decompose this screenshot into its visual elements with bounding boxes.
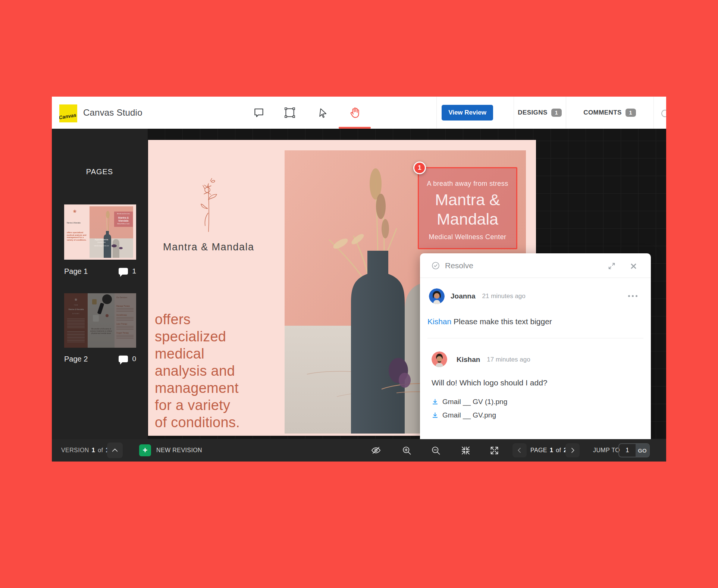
page2-text-block xyxy=(116,335,134,339)
marquee-tool-icon xyxy=(283,106,296,119)
jump-to-control: 1 GO xyxy=(618,443,650,457)
page2-text-block xyxy=(116,317,134,321)
page2-right-panel: Our Services Massage Therapy Aromatherap… xyxy=(115,293,136,348)
page2-services-heading: Our Services xyxy=(116,296,136,298)
collapse-arrows-icon xyxy=(461,445,471,456)
paragraph-line: offers xyxy=(155,311,240,328)
reply-text: Will do! Which logo should I add? xyxy=(432,377,548,388)
new-revision-label[interactable]: NEW REVISION xyxy=(156,439,202,462)
version-label: VERSION xyxy=(61,447,89,454)
resolve-button[interactable]: Resolve xyxy=(431,253,473,278)
attachment-link[interactable]: Gmail __ GV (1).png xyxy=(432,397,507,407)
paragraph-line: specialized xyxy=(155,328,240,345)
marquee-tool-button[interactable] xyxy=(282,104,298,121)
new-revision-plus-button[interactable]: + xyxy=(139,444,151,456)
reply-meta: Kishan 17 minutes ago xyxy=(457,354,530,365)
view-review-button[interactable]: View Review xyxy=(442,105,493,121)
expand-icon xyxy=(608,262,616,270)
download-icon xyxy=(432,412,439,419)
popup-divider xyxy=(427,338,643,338)
cursor-tool-icon xyxy=(317,107,329,118)
mini-overlay: A breath away from stress Mantra & Manda… xyxy=(114,212,133,227)
comment-meta: Joanna 21 minutes ago xyxy=(451,291,526,302)
version-current: 1 xyxy=(92,447,95,454)
page-label: PAGE xyxy=(530,447,547,454)
overlay-subtitle: Medical Wellness Center xyxy=(419,233,516,241)
page2-service: Oxygen Therapy xyxy=(116,332,136,334)
page2-photo xyxy=(88,293,115,327)
jump-to-input[interactable]: 1 xyxy=(619,444,636,457)
comment-pin[interactable]: 1 xyxy=(413,162,426,174)
tab-designs[interactable]: DESIGNS 1 xyxy=(514,97,566,129)
expand-arrows-icon xyxy=(489,445,499,456)
page2-middle-panel: We provide a full course of sensory trea… xyxy=(88,293,115,348)
mini-overlay-subtitle: Medical Wellness Center xyxy=(114,223,133,224)
page-2-comment-count: 0 xyxy=(132,355,136,363)
page-2-row[interactable]: Page 2 0 xyxy=(64,353,136,365)
page-2-label: Page 2 xyxy=(64,355,119,363)
cursor-tool-button[interactable] xyxy=(315,104,331,121)
comment-count-icon xyxy=(119,268,128,275)
attachment-link[interactable]: Gmail __ GV.png xyxy=(432,410,496,420)
pages-header: PAGES xyxy=(52,168,147,176)
previous-page-button[interactable] xyxy=(512,443,527,457)
mini-flower-icon: ❀ xyxy=(73,209,76,214)
avatar-kishan xyxy=(432,351,447,367)
highlighted-text-box[interactable]: A breath away from stress Mantra & Manda… xyxy=(418,167,517,249)
attachment-name: Gmail __ GV (1).png xyxy=(442,398,507,406)
hide-comments-button[interactable] xyxy=(370,444,382,457)
top-bar: Canvas Canvas Studio xyxy=(52,97,666,129)
version-of: of xyxy=(98,447,103,454)
pages-sidebar: PAGES ❀ Mantra & Mandala offers speciali… xyxy=(52,129,147,439)
fullscreen-button[interactable] xyxy=(488,444,501,457)
comment-text: Kishan Please make this text bigger xyxy=(427,316,552,327)
topbar-divider xyxy=(653,97,654,129)
canvas-logo[interactable]: Canvas xyxy=(59,104,77,122)
design-paragraph: offers specialized medical analysis and … xyxy=(155,311,240,431)
designs-tab-label: DESIGNS xyxy=(518,109,547,116)
attachment-name: Gmail __ GV.png xyxy=(442,411,496,419)
go-button[interactable]: GO xyxy=(636,444,649,457)
version-expand-button[interactable] xyxy=(107,442,123,458)
fit-to-screen-button[interactable] xyxy=(459,444,472,457)
chevron-left-icon xyxy=(516,447,523,454)
next-page-button[interactable] xyxy=(565,443,580,457)
zoom-out-button[interactable] xyxy=(429,444,442,457)
tab-comments[interactable]: COMMENTS 1 xyxy=(566,97,653,129)
mini-appointments: Appointments 123-456-7890 hello@reallygr… xyxy=(90,238,113,248)
page-1-row[interactable]: Page 1 1 xyxy=(64,266,136,277)
paragraph-line: analysis and xyxy=(155,362,240,379)
close-popup-button[interactable] xyxy=(629,262,638,270)
hand-tool-button[interactable] xyxy=(347,104,363,121)
page2-title: Mantra & Mandala xyxy=(64,308,88,310)
flower-sketch xyxy=(197,177,219,232)
mention-link[interactable]: Kishan xyxy=(427,317,451,326)
comment-count-icon xyxy=(119,356,128,362)
paragraph-line: management xyxy=(155,379,240,397)
chevron-up-icon xyxy=(111,446,119,454)
comments-tab-label: COMMENTS xyxy=(583,109,621,116)
page-2-thumbnail[interactable]: ❀ THE Mantra & Mandala STORY We provide … xyxy=(64,293,136,348)
resolve-label: Resolve xyxy=(445,261,473,270)
overlay-tagline: A breath away from stress xyxy=(419,180,516,188)
comment-tool-button[interactable] xyxy=(251,104,267,121)
page-1-thumbnail[interactable]: ❀ Mantra & Mandala offers specialized me… xyxy=(64,204,136,260)
mini-paragraph: offers specialized medical analysis and … xyxy=(67,231,88,241)
eye-off-icon xyxy=(371,445,381,456)
page-current: 1 xyxy=(550,447,553,454)
mini-overlay-title2: Mandala xyxy=(114,219,133,222)
search-icon[interactable] xyxy=(661,110,666,117)
comment-overflow-menu[interactable] xyxy=(628,295,637,297)
popup-header: Resolve xyxy=(420,253,651,278)
zoom-out-icon xyxy=(431,445,441,456)
designs-count-badge: 1 xyxy=(551,109,562,117)
page2-service: Aromatherapy xyxy=(116,314,136,316)
mini-photo: A breath away from stress Mantra & Manda… xyxy=(90,206,133,258)
expand-popup-button[interactable] xyxy=(607,262,616,270)
hand-tool-icon xyxy=(349,106,361,119)
zoom-in-button[interactable] xyxy=(400,444,413,457)
page-1-comment-count: 1 xyxy=(132,267,136,275)
page2-caption: We provide a full course of sensory trea… xyxy=(89,328,113,334)
page2-sub: STORY xyxy=(64,313,88,315)
app-window: Canvas Canvas Studio xyxy=(52,97,666,462)
